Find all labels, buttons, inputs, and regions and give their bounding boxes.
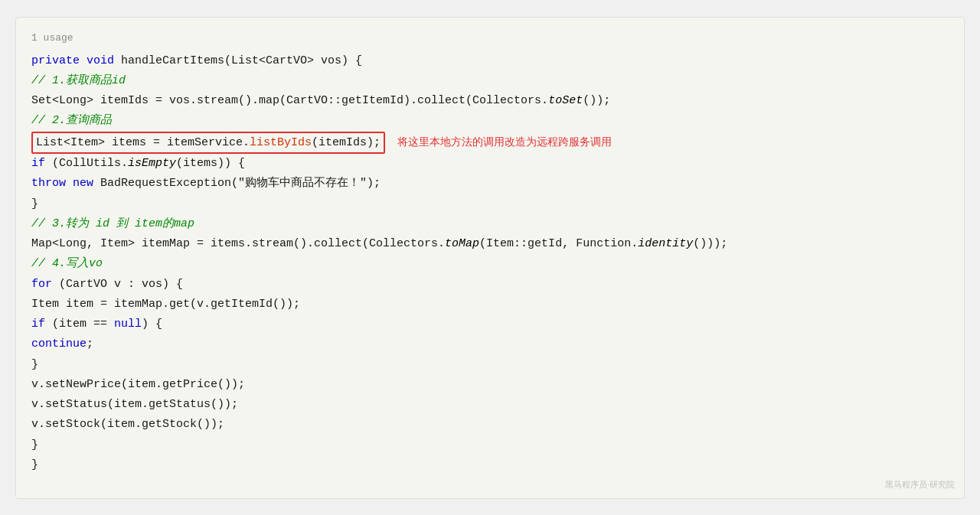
code-line: Set<Long> itemIds = vos.stream().map(Car…	[31, 91, 949, 111]
code-token: if	[31, 154, 45, 174]
code-token: ) {	[142, 315, 162, 334]
code-line: throw new BadRequestException("购物车中商品不存在…	[31, 174, 949, 194]
code-token: if	[31, 315, 45, 334]
code-token: continue	[31, 334, 87, 354]
code-token: (itemIds);	[312, 133, 381, 153]
code-line: // 3.转为 id 到 item的map	[31, 214, 949, 234]
code-line: }	[31, 355, 949, 375]
code-token: }	[31, 194, 38, 214]
code-token: (Item::getId, Function.	[479, 234, 638, 254]
code-line: if (CollUtils.isEmpty(items)) {	[31, 154, 949, 174]
code-token: (CartVO v : vos) {	[52, 275, 183, 295]
code-line: // 4.写入vo	[31, 254, 949, 274]
code-token: new	[73, 174, 93, 194]
code-token: toSet	[548, 91, 583, 111]
code-line: private void handleCartItems(List<CartVO…	[31, 51, 949, 71]
code-token: (items)) {	[176, 154, 245, 174]
code-token: void	[87, 51, 114, 71]
code-token: // 2.查询商品	[31, 111, 112, 131]
code-container: 1 usage private void handleCartItems(Lis…	[15, 17, 965, 499]
code-token: // 3.转为 id 到 item的map	[31, 214, 194, 234]
code-token: v.setStock(item.getStock());	[31, 415, 224, 435]
code-line: }	[31, 194, 949, 214]
code-token	[80, 51, 87, 71]
code-line: // 2.查询商品	[31, 111, 949, 131]
code-token: }	[31, 355, 38, 375]
code-token: v.setNewPrice(item.getPrice());	[31, 375, 245, 395]
code-token: handleCartItems(List<CartVO> vos) {	[114, 51, 362, 71]
code-line: v.setStock(item.getStock());	[31, 415, 949, 435]
code-block: private void handleCartItems(List<CartVO…	[31, 51, 949, 476]
code-token: // 1.获取商品id	[31, 71, 126, 91]
code-token: }	[31, 455, 38, 475]
code-token: (item ==	[45, 315, 114, 334]
code-line: v.setNewPrice(item.getPrice());	[31, 375, 949, 395]
code-token: }	[31, 435, 38, 455]
code-line: }	[31, 435, 949, 455]
code-token: List<Item> items = itemService.	[36, 133, 250, 153]
code-token: identity	[638, 234, 693, 254]
usage-count: 1 usage	[31, 30, 949, 47]
code-line: Item item = itemMap.get(v.getItemId());	[31, 295, 949, 315]
code-line: // 1.获取商品id	[31, 71, 949, 91]
code-line: }	[31, 455, 949, 475]
highlighted-line: List<Item> items = itemService.listByIds…	[31, 132, 949, 155]
code-token: v.setStatus(item.getStatus());	[31, 395, 238, 415]
code-token: for	[31, 275, 52, 295]
annotation-text: 将这里本地方法的调用改造为远程跨服务调用	[397, 133, 612, 152]
code-token: (CollUtils.	[45, 154, 128, 174]
code-token: Item item = itemMap.get(v.getItemId());	[31, 295, 300, 315]
code-token: Set<Long> itemIds = vos.stream().map(Car…	[31, 91, 548, 111]
code-token: toMap	[445, 234, 479, 254]
code-token: throw	[31, 174, 66, 194]
code-token: null	[114, 315, 142, 334]
code-line: continue;	[31, 334, 949, 354]
code-token: private	[31, 51, 80, 71]
code-line: if (item == null) {	[31, 315, 949, 334]
code-line: Map<Long, Item> itemMap = items.stream()…	[31, 234, 949, 254]
highlight-box: List<Item> items = itemService.listByIds…	[31, 132, 385, 155]
watermark: 黑马程序员·研究院	[885, 478, 955, 492]
code-token: ());	[583, 91, 610, 111]
code-token: isEmpty	[128, 154, 176, 174]
code-token: ()));	[693, 234, 727, 254]
code-token: Map<Long, Item> itemMap = items.stream()…	[31, 234, 445, 254]
code-token: ;	[87, 334, 93, 354]
code-token	[66, 174, 73, 194]
code-line: v.setStatus(item.getStatus());	[31, 395, 949, 415]
code-token: listByIds	[250, 133, 312, 153]
code-line: for (CartVO v : vos) {	[31, 275, 949, 295]
code-token: // 4.写入vo	[31, 254, 103, 274]
code-token: BadRequestException("购物车中商品不存在！");	[93, 174, 381, 194]
